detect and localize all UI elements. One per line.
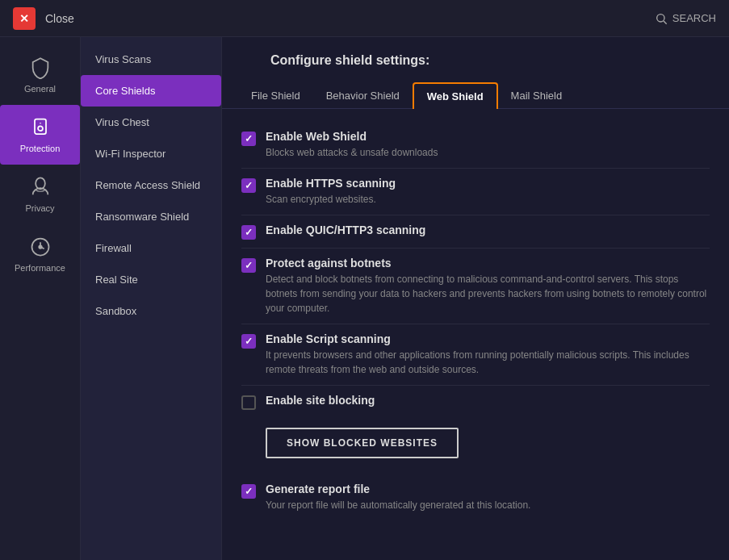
setting-title-quic: Enable QUIC/HTTP3 scanning xyxy=(266,224,710,236)
window-title: Close xyxy=(45,12,74,25)
checkbox-generate-report[interactable] xyxy=(241,484,256,499)
tab-mail-shield[interactable]: Mail Shield xyxy=(498,83,576,108)
setting-desc-https: Scan encrypted websites. xyxy=(266,192,710,207)
nav-item-ransomware-shield[interactable]: Ransomware Shield xyxy=(81,201,221,232)
search-icon xyxy=(655,12,668,25)
setting-desc-web-shield: Blocks web attacks & unsafe downloads xyxy=(266,145,710,160)
nav-item-virus-scans[interactable]: Virus Scans xyxy=(81,44,221,75)
setting-text-report: Generate report file Your report file wi… xyxy=(266,483,710,512)
nav-menu: Virus Scans Core Shields Virus Chest Wi-… xyxy=(81,37,222,560)
setting-desc-script: It prevents browsers and other applicati… xyxy=(266,348,710,377)
setting-script-scanning: Enable Script scanning It prevents brows… xyxy=(241,324,710,385)
configure-header: Configure shield settings: xyxy=(222,37,729,76)
tab-file-shield[interactable]: File Shield xyxy=(238,83,313,108)
setting-protect-botnets: Protect against botnets Detect and block… xyxy=(241,248,710,324)
setting-title-site-blocking: Enable site blocking xyxy=(266,394,710,407)
settings-content: Enable Web Shield Blocks web attacks & u… xyxy=(222,109,729,533)
show-blocked-container: SHOW BLOCKED WEBSITES xyxy=(241,418,710,474)
setting-enable-web-shield: Enable Web Shield Blocks web attacks & u… xyxy=(241,122,710,168)
checkbox-https-scanning[interactable] xyxy=(241,178,256,193)
show-blocked-button[interactable]: SHOW BLOCKED WEBSITES xyxy=(266,428,459,458)
nav-item-firewall[interactable]: Firewall xyxy=(81,232,221,264)
search-label: SEARCH xyxy=(672,12,716,24)
setting-site-blocking: Enable site blocking xyxy=(241,385,710,418)
checkbox-botnets[interactable] xyxy=(241,258,256,273)
setting-title-botnets: Protect against botnets xyxy=(266,257,710,270)
svg-point-5 xyxy=(36,178,45,189)
title-bar: ✕ Close SEARCH xyxy=(0,0,729,37)
search-area[interactable]: SEARCH xyxy=(655,12,716,25)
setting-desc-botnets: Detect and block botnets from connecting… xyxy=(266,272,710,316)
setting-title-web-shield: Enable Web Shield xyxy=(266,130,710,143)
sidebar-item-privacy[interactable]: Privacy xyxy=(0,165,80,224)
tab-behavior-shield[interactable]: Behavior Shield xyxy=(313,83,413,108)
setting-text-web-shield: Enable Web Shield Blocks web attacks & u… xyxy=(266,130,710,160)
nav-item-remote-access-shield[interactable]: Remote Access Shield xyxy=(81,169,221,201)
checkbox-enable-web-shield[interactable] xyxy=(241,132,256,146)
sidebar-privacy-label: Privacy xyxy=(25,203,54,213)
setting-enable-https: Enable HTTPS scanning Scan encrypted web… xyxy=(241,168,710,215)
main-layout: General Protection Privacy xyxy=(0,37,729,560)
tab-web-shield[interactable]: Web Shield xyxy=(413,82,498,109)
nav-item-sandbox[interactable]: Sandbox xyxy=(81,295,221,327)
checkbox-site-blocking[interactable] xyxy=(241,395,256,410)
setting-text-botnets: Protect against botnets Detect and block… xyxy=(266,257,710,316)
setting-title-script: Enable Script scanning xyxy=(266,332,710,345)
privacy-icon xyxy=(29,176,52,199)
setting-generate-report: Generate report file Your report file wi… xyxy=(241,474,710,520)
sidebar-protection-label: Protection xyxy=(20,144,61,153)
nav-item-wifi-inspector[interactable]: Wi-Fi Inspector xyxy=(81,138,221,169)
sidebar-item-protection[interactable]: Protection xyxy=(0,105,80,165)
tabs-container: File Shield Behavior Shield Web Shield M… xyxy=(222,76,729,109)
nav-item-real-site[interactable]: Real Site xyxy=(81,264,221,295)
setting-desc-report: Your report file will be automatically g… xyxy=(266,498,710,512)
sidebar-performance-label: Performance xyxy=(15,263,65,273)
svg-point-3 xyxy=(38,126,43,131)
setting-text-site-blocking: Enable site blocking xyxy=(266,394,710,409)
title-bar-left: ✕ Close xyxy=(13,7,74,30)
sidebar-general-label: General xyxy=(24,84,56,94)
setting-text-https: Enable HTTPS scanning Scan encrypted web… xyxy=(266,177,710,207)
setting-text-quic: Enable QUIC/HTTP3 scanning xyxy=(266,224,710,239)
sidebar: General Protection Privacy xyxy=(0,37,81,560)
setting-text-script: Enable Script scanning It prevents brows… xyxy=(266,332,710,377)
close-button[interactable]: ✕ xyxy=(13,7,36,30)
performance-icon xyxy=(29,236,52,258)
checkbox-script-scanning[interactable] xyxy=(241,334,256,349)
nav-item-core-shields[interactable]: Core Shields xyxy=(81,75,221,107)
general-icon xyxy=(29,56,52,79)
svg-line-1 xyxy=(664,21,667,24)
checkbox-quic-scanning[interactable] xyxy=(241,225,256,240)
protection-icon xyxy=(29,116,52,139)
svg-point-0 xyxy=(656,14,664,21)
sidebar-item-performance[interactable]: Performance xyxy=(0,224,80,284)
content-area: Configure shield settings: File Shield B… xyxy=(222,37,729,560)
sidebar-item-general[interactable]: General xyxy=(0,45,80,105)
svg-point-7 xyxy=(39,245,42,249)
nav-item-virus-chest[interactable]: Virus Chest xyxy=(81,107,221,138)
setting-title-https: Enable HTTPS scanning xyxy=(266,177,710,190)
setting-title-report: Generate report file xyxy=(266,483,710,495)
setting-enable-quic: Enable QUIC/HTTP3 scanning xyxy=(241,215,710,248)
